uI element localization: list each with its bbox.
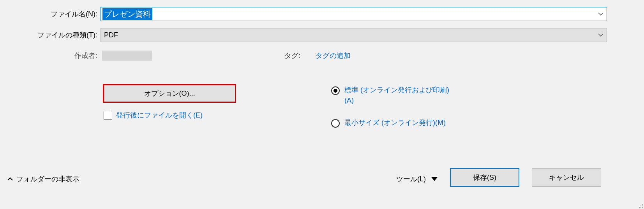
optimize-standard-label[interactable]: 標準 (オンライン発行および印刷)(A) [344,85,453,106]
optimize-minimum-label[interactable]: 最小サイズ (オンライン発行)(M) [344,118,446,128]
cancel-button[interactable]: キャンセル [532,168,601,187]
svg-point-2 [642,205,643,206]
tools-dropdown[interactable]: ツール(L) [396,174,438,184]
svg-point-3 [639,207,640,208]
triangle-down-icon [431,177,438,181]
chevron-down-icon [598,12,603,16]
tags-label: タグ: [284,51,300,60]
author-value[interactable] [102,51,152,61]
add-tag-link[interactable]: タグの追加 [316,51,351,60]
optimize-minimum-radio[interactable] [331,119,340,128]
filetype-combobox[interactable]: PDF [101,28,607,42]
optimize-standard-radio[interactable] [331,86,340,95]
radio-dot-icon [333,89,337,93]
open-after-label[interactable]: 発行後にファイルを開く(E) [116,111,203,120]
filetype-label: ファイルの種類(T): [0,30,101,40]
options-button[interactable]: オプション(O)... [103,84,236,103]
tools-label: ツール(L) [396,174,426,184]
svg-point-0 [642,204,643,205]
svg-point-1 [640,205,641,206]
save-button[interactable]: 保存(S) [450,168,519,187]
chevron-down-icon [598,33,603,37]
chevron-up-icon [7,177,13,181]
filename-label: ファイル名(N): [0,9,101,19]
open-after-checkbox[interactable] [104,111,112,119]
filename-combobox[interactable]: プレゼン資料 [101,7,607,21]
svg-point-4 [640,207,641,208]
author-label: 作成者: [0,51,101,60]
svg-point-5 [642,207,643,208]
filetype-value: PDF [104,31,118,39]
hide-folders-toggle[interactable]: フォルダーの非表示 [7,174,79,184]
resize-grip-icon[interactable] [638,203,643,208]
hide-folders-label: フォルダーの非表示 [16,174,79,184]
filename-value: プレゼン資料 [102,8,152,20]
